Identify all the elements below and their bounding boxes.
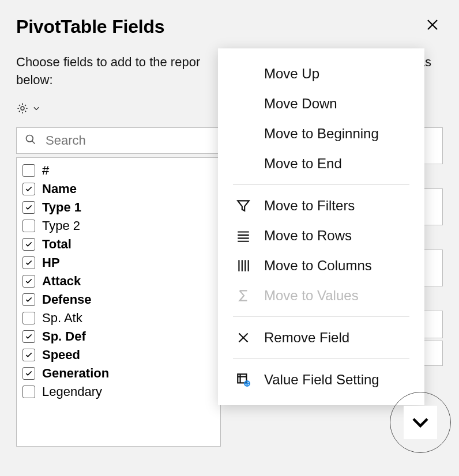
field-label: Type 2 — [42, 218, 80, 233]
field-label: Total — [42, 237, 72, 252]
menu-separator — [233, 184, 409, 185]
menu-move-values: Move to Values — [218, 281, 424, 311]
field-item[interactable]: Attack — [22, 272, 215, 290]
field-label: Sp. Def — [42, 329, 86, 344]
sigma-icon — [235, 288, 251, 303]
field-checkbox[interactable] — [22, 164, 35, 177]
menu-move-columns[interactable]: Move to Columns — [218, 251, 424, 281]
chevron-down-icon — [32, 104, 40, 115]
field-checkbox[interactable] — [22, 349, 35, 361]
pivottable-fields-pane: PivotTable Fields Choose fields to add t… — [0, 0, 459, 476]
field-item[interactable]: Defense — [22, 290, 215, 309]
chevron-down-icon — [410, 412, 431, 433]
field-item[interactable]: HP — [22, 254, 215, 272]
pane-title: PivotTable Fields — [16, 16, 164, 37]
menu-move-down[interactable]: Move Down — [218, 89, 424, 119]
menu-move-up[interactable]: Move Up — [218, 59, 424, 89]
funnel-icon — [235, 198, 251, 213]
field-item[interactable]: Total — [22, 235, 215, 254]
field-item[interactable]: Legendary — [22, 383, 215, 401]
field-checkbox[interactable] — [22, 367, 35, 380]
field-item[interactable]: # — [22, 161, 215, 180]
field-checkbox[interactable] — [22, 201, 35, 214]
field-checkbox[interactable] — [22, 312, 35, 324]
field-label: Defense — [42, 292, 92, 307]
search-icon — [25, 134, 36, 148]
menu-move-end[interactable]: Move to End — [218, 149, 424, 179]
field-label: Type 1 — [42, 200, 81, 215]
menu-value-field-settings[interactable]: Value Field Setting — [218, 365, 424, 395]
field-checkbox[interactable] — [22, 183, 35, 195]
field-item[interactable]: Type 2 — [22, 217, 215, 235]
field-list: #NameType 1Type 2TotalHPAttackDefenseSp.… — [16, 157, 221, 447]
field-checkbox[interactable] — [22, 293, 35, 306]
svg-point-1 — [27, 135, 33, 142]
field-checkbox[interactable] — [22, 330, 35, 343]
close-icon — [426, 18, 439, 32]
columns-icon — [235, 258, 251, 273]
field-item[interactable]: Type 1 — [22, 198, 215, 217]
field-item[interactable]: Name — [22, 180, 215, 198]
field-label: Generation — [42, 366, 109, 381]
field-label: HP — [42, 255, 60, 270]
menu-separator — [233, 316, 409, 317]
close-button[interactable] — [422, 16, 443, 36]
field-item[interactable]: Sp. Atk — [22, 309, 215, 327]
menu-move-rows[interactable]: Move to Rows — [218, 221, 424, 251]
field-checkbox[interactable] — [22, 386, 35, 398]
field-label: Legendary — [42, 384, 102, 399]
field-checkbox[interactable] — [22, 275, 35, 288]
field-settings-icon — [235, 372, 251, 387]
menu-remove-field[interactable]: Remove Field — [218, 323, 424, 353]
remove-icon — [235, 330, 251, 345]
field-label: Speed — [42, 347, 80, 362]
search-input[interactable] — [44, 133, 212, 149]
field-item[interactable]: Generation — [22, 364, 215, 383]
field-search[interactable] — [16, 127, 221, 154]
field-checkbox[interactable] — [22, 238, 35, 251]
menu-move-filters[interactable]: Move to Filters — [218, 191, 424, 221]
field-checkbox[interactable] — [22, 220, 35, 232]
field-checkbox[interactable] — [22, 256, 35, 269]
field-label: Sp. Atk — [42, 311, 82, 326]
values-item-dropdown[interactable] — [404, 406, 437, 439]
gear-icon — [16, 102, 29, 117]
menu-move-beginning[interactable]: Move to Beginning — [218, 119, 424, 149]
field-label: # — [42, 163, 49, 178]
field-label: Name — [42, 182, 77, 197]
rows-icon — [235, 228, 251, 243]
field-item[interactable]: Sp. Def — [22, 327, 215, 346]
field-label: Attack — [42, 274, 81, 289]
field-context-menu: Move Up Move Down Move to Beginning Move… — [218, 48, 424, 405]
menu-separator — [233, 358, 409, 359]
svg-point-0 — [21, 107, 24, 110]
field-item[interactable]: Speed — [22, 346, 215, 364]
